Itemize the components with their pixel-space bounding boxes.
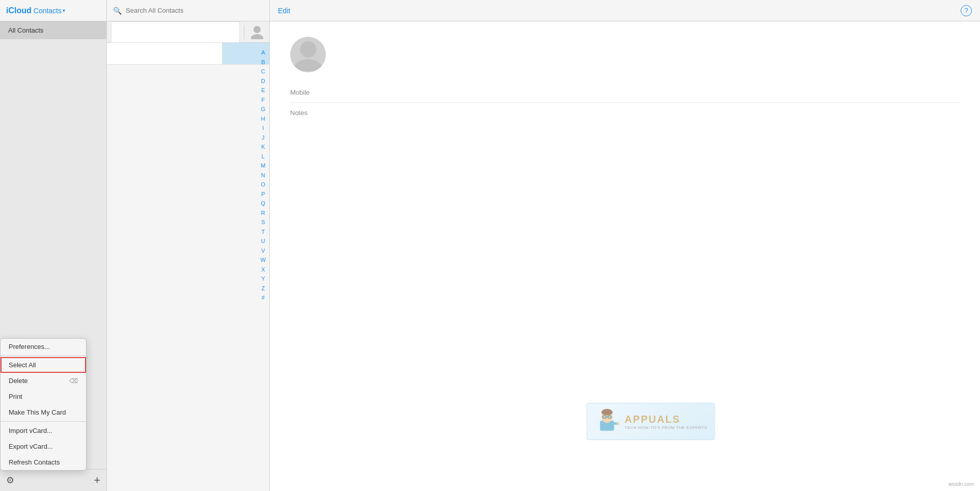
- alpha-letter-u[interactable]: U: [260, 236, 267, 246]
- alpha-letter-#[interactable]: #: [260, 293, 266, 303]
- alpha-letter-b[interactable]: B: [260, 58, 266, 67]
- sidebar-item-all-contacts[interactable]: All Contacts: [0, 21, 106, 39]
- menu-item-print[interactable]: Print: [1, 389, 86, 404]
- alpha-letter-n[interactable]: N: [260, 171, 267, 180]
- sidebar: All Contacts Preferences... Select All D…: [0, 21, 107, 491]
- menu-item-preferences[interactable]: Preferences...: [1, 339, 86, 354]
- alpha-letter-f[interactable]: F: [260, 95, 266, 105]
- alpha-letter-h[interactable]: H: [260, 114, 267, 124]
- notes-label: Notes: [290, 109, 331, 117]
- top-bar: iCloud Contacts ▾ 🔍 Edit ?: [0, 0, 980, 21]
- menu-item-make-my-card[interactable]: Make This My Card: [1, 404, 86, 420]
- notes-field-row: Notes: [290, 103, 960, 123]
- alpha-letter-p[interactable]: P: [260, 189, 266, 199]
- contact-row-name[interactable]: [107, 43, 222, 64]
- delete-shortcut-icon: ⌫: [69, 377, 78, 385]
- gear-button[interactable]: ⚙: [6, 475, 14, 486]
- alpha-letter-v[interactable]: V: [260, 246, 266, 256]
- contact-list-header: [107, 21, 269, 43]
- alpha-letter-y[interactable]: Y: [260, 274, 266, 284]
- alpha-letter-a[interactable]: A: [260, 48, 266, 58]
- menu-item-delete[interactable]: Delete ⌫: [1, 373, 86, 389]
- mobile-label: Mobile: [290, 89, 331, 96]
- appuals-title: APPUALS: [625, 414, 707, 425]
- svg-point-6: [601, 409, 612, 416]
- svg-point-0: [254, 26, 261, 33]
- detail-panel: Mobile Notes: [270, 21, 980, 491]
- main-content: All Contacts Preferences... Select All D…: [0, 21, 980, 491]
- alpha-letter-o[interactable]: O: [260, 180, 267, 189]
- alpha-letter-q[interactable]: Q: [260, 199, 267, 208]
- menu-divider-1: [1, 356, 86, 356]
- alpha-letter-x[interactable]: X: [260, 265, 266, 275]
- alpha-letter-d[interactable]: D: [260, 76, 267, 86]
- svg-point-2: [300, 41, 316, 58]
- alpha-letter-c[interactable]: C: [260, 67, 267, 76]
- alphabet-index: ABCDEFGHIJKLMNOPQRSTUVWXYZ#: [257, 47, 269, 304]
- wsxdn-watermark: wsxdn.com: [948, 481, 974, 487]
- alpha-letter-k[interactable]: K: [260, 142, 266, 152]
- contacts-label: Contacts: [34, 7, 62, 15]
- alpha-letter-r[interactable]: R: [260, 208, 267, 218]
- avatar: [290, 37, 326, 72]
- alpha-letter-g[interactable]: G: [260, 104, 267, 114]
- watermark: APPUALS TECH HOW-TO'S FROM THE EXPERTS: [586, 403, 715, 440]
- appuals-logo: APPUALS TECH HOW-TO'S FROM THE EXPERTS: [586, 403, 715, 440]
- alpha-letter-l[interactable]: L: [260, 152, 266, 161]
- menu-item-select-all[interactable]: Select All: [1, 357, 86, 373]
- search-input[interactable]: [126, 7, 263, 14]
- sidebar-bottom: ⚙ +: [0, 469, 106, 491]
- context-menu: Preferences... Select All Delete ⌫ Print…: [0, 338, 87, 471]
- svg-point-3: [294, 59, 322, 71]
- menu-item-refresh-contacts[interactable]: Refresh Contacts: [1, 454, 86, 470]
- contact-list: ABCDEFGHIJKLMNOPQRSTUVWXYZ#: [107, 21, 270, 491]
- help-button[interactable]: ?: [961, 5, 972, 16]
- edit-label: Edit: [278, 7, 290, 15]
- alpha-letter-i[interactable]: I: [261, 123, 265, 133]
- alpha-letter-m[interactable]: M: [259, 161, 267, 171]
- search-area: 🔍: [107, 0, 270, 21]
- detail-content: Mobile Notes: [270, 21, 980, 138]
- edit-area: Edit ?: [270, 0, 980, 21]
- icloud-logo: iCloud: [6, 6, 32, 15]
- appuals-subtitle: TECH HOW-TO'S FROM THE EXPERTS: [625, 425, 707, 430]
- menu-item-export-vcard[interactable]: Export vCard...: [1, 439, 86, 454]
- mobile-field-row: Mobile: [290, 83, 960, 103]
- contact-card-placeholder: [111, 21, 240, 43]
- search-icon: 🔍: [113, 7, 122, 15]
- menu-divider-2: [1, 421, 86, 422]
- menu-item-import-vcard[interactable]: Import vCard...: [1, 423, 86, 439]
- svg-point-1: [251, 34, 263, 39]
- alpha-letter-z[interactable]: Z: [260, 284, 266, 293]
- appuals-text-block: APPUALS TECH HOW-TO'S FROM THE EXPERTS: [625, 414, 707, 430]
- alpha-letter-e[interactable]: E: [260, 86, 266, 95]
- alpha-letter-t[interactable]: T: [260, 227, 266, 237]
- top-bar-left: iCloud Contacts ▾: [0, 0, 107, 21]
- add-contact-button[interactable]: +: [94, 474, 100, 487]
- contact-person-icon: [244, 25, 269, 39]
- alpha-letter-j[interactable]: J: [260, 133, 266, 143]
- alpha-letter-s[interactable]: S: [260, 217, 266, 227]
- chevron-down-icon: ▾: [63, 8, 65, 13]
- alpha-letter-w[interactable]: W: [259, 255, 267, 265]
- svg-point-11: [617, 422, 620, 425]
- contact-list-row: [107, 43, 269, 65]
- contacts-dropdown[interactable]: Contacts ▾: [34, 7, 66, 15]
